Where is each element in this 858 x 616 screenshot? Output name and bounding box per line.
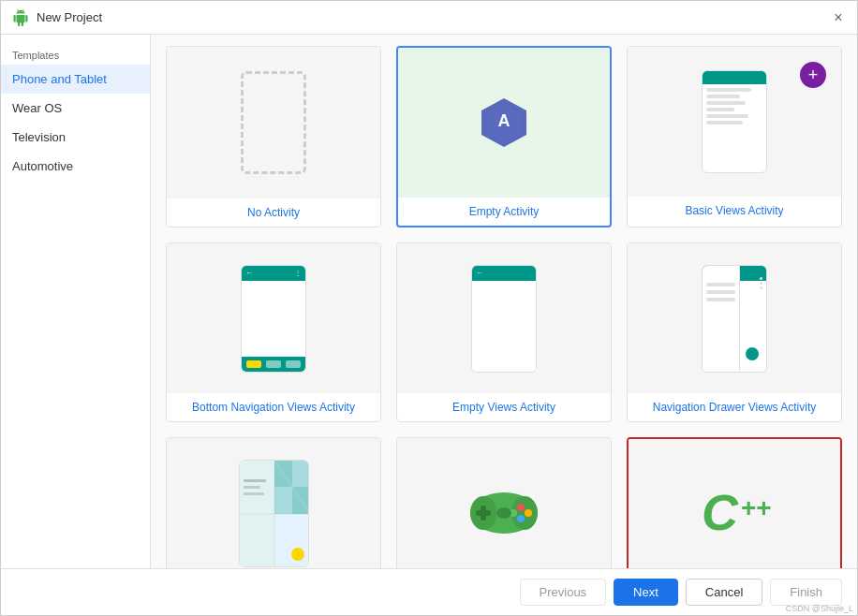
sidebar-item-wear-os[interactable]: Wear OS [1, 94, 150, 123]
cpp-logo-icon: C ++ [692, 472, 777, 556]
nd-item-1 [706, 283, 735, 286]
bottom-nav-phone-mockup: ← ⋮ [241, 265, 306, 373]
nd-item-2 [706, 290, 735, 294]
title-bar-left: New Project [12, 9, 102, 26]
bnp-header: ← ⋮ [242, 266, 305, 281]
ev-phone-mockup: ← [471, 265, 537, 373]
android-logo-icon [12, 9, 29, 26]
bnp-body [242, 281, 305, 357]
template-responsive-views[interactable]: Responsive Views Activity [166, 437, 381, 568]
sidebar-section-label: Templates [1, 42, 150, 65]
thumbnail-basic-views: + [628, 47, 841, 197]
responsive-grid-icon [240, 461, 309, 567]
footer: Previous Next Cancel Finish [1, 568, 857, 615]
plus-icon: + [800, 62, 826, 88]
template-no-activity[interactable]: No Activity [166, 46, 381, 227]
basic-phone-content [703, 84, 766, 131]
nd-drawer [703, 266, 740, 372]
bnp-footer [242, 357, 305, 372]
nd-item-3 [706, 298, 735, 301]
template-label-empty-activity: Empty Activity [462, 198, 547, 226]
sidebar: Templates Phone and Tablet Wear OS Telev… [1, 35, 151, 568]
svg-point-22 [525, 509, 532, 517]
game-controller-icon [466, 476, 541, 550]
nd-circle-icon [746, 347, 759, 360]
thumbnail-empty-activity: A [398, 48, 610, 198]
dialog-title: New Project [37, 10, 102, 24]
thumbnail-native-cpp: C ++ [629, 439, 840, 568]
sidebar-item-phone-tablet[interactable]: Phone and Tablet [1, 65, 150, 94]
svg-text:A: A [498, 111, 510, 130]
svg-rect-13 [244, 486, 260, 489]
bnp-dots-icon: ⋮ [294, 269, 302, 277]
thumbnail-responsive [167, 438, 380, 568]
svg-text:C: C [702, 484, 739, 540]
basic-phone-header [703, 71, 766, 84]
svg-rect-10 [274, 487, 292, 514]
bnp-back-arrow-icon: ← [245, 269, 253, 277]
template-basic-views-activity[interactable]: + Basi [627, 46, 842, 227]
svg-rect-8 [274, 461, 292, 487]
thumbnail-no-activity [167, 47, 380, 198]
svg-rect-20 [481, 506, 486, 521]
template-label-nav-drawer: Navigation Drawer Views Activity [645, 393, 824, 421]
template-bottom-navigation[interactable]: ← ⋮ Bottom Navigation Views Activity [166, 242, 381, 422]
template-empty-activity[interactable]: A Empty Activity [396, 46, 612, 227]
close-button[interactable]: × [831, 10, 846, 25]
ev-body [472, 281, 536, 372]
bnp-tab-3 [286, 360, 301, 368]
template-native-cpp[interactable]: C ++ Native C++ [627, 437, 842, 568]
templates-grid: No Activity A Empty A [166, 46, 842, 568]
thumbnail-game [397, 438, 611, 568]
previous-button[interactable]: Previous [520, 579, 607, 606]
template-label-empty-views: Empty Views Activity [445, 393, 563, 421]
empty-activity-icon: A [476, 95, 532, 151]
svg-rect-11 [292, 487, 309, 514]
main-content: Templates Phone and Tablet Wear OS Telev… [1, 35, 857, 568]
svg-rect-9 [292, 461, 309, 487]
nd-dots-icon [760, 277, 762, 289]
template-label-no-activity: No Activity [240, 198, 307, 227]
watermark: CSDN @Shujie_L [786, 604, 853, 613]
next-button[interactable]: Next [614, 579, 678, 606]
svg-text:++: ++ [741, 493, 772, 522]
thumbnail-empty-views: ← [397, 243, 611, 393]
svg-point-25 [496, 507, 511, 519]
svg-rect-14 [244, 492, 264, 495]
bnp-tab-2 [266, 360, 281, 368]
finish-button[interactable]: Finish [770, 579, 842, 606]
ev-header: ← [472, 266, 536, 281]
template-empty-views[interactable]: ← Empty Views Activity [396, 242, 612, 422]
nd-phone-mockup [702, 265, 767, 373]
thumbnail-nav-drawer [628, 243, 841, 393]
phone-outline-icon [241, 71, 306, 174]
title-bar: New Project × [1, 1, 857, 35]
svg-point-23 [517, 515, 525, 522]
template-label-basic-views: Basic Views Activity [677, 197, 791, 225]
sidebar-item-television[interactable]: Television [1, 123, 150, 152]
template-game-activity[interactable]: Game Activity (C++) [396, 437, 612, 568]
sidebar-item-automotive[interactable]: Automotive [1, 152, 150, 181]
template-nav-drawer[interactable]: Navigation Drawer Views Activity [627, 242, 842, 422]
basic-phone-mockup [702, 70, 767, 173]
thumbnail-bottom-nav: ← ⋮ [167, 243, 380, 393]
templates-content-area: No Activity A Empty A [151, 35, 857, 568]
svg-rect-12 [244, 479, 266, 482]
template-label-bottom-nav: Bottom Navigation Views Activity [185, 393, 362, 421]
bnp-tab-1 [246, 360, 261, 368]
svg-point-15 [291, 548, 304, 561]
svg-point-21 [517, 504, 525, 511]
new-project-dialog: New Project × Templates Phone and Tablet… [0, 0, 858, 616]
rv-phone-mockup [239, 460, 309, 567]
ev-back-icon: ← [476, 269, 483, 277]
cancel-button[interactable]: Cancel [686, 579, 762, 606]
